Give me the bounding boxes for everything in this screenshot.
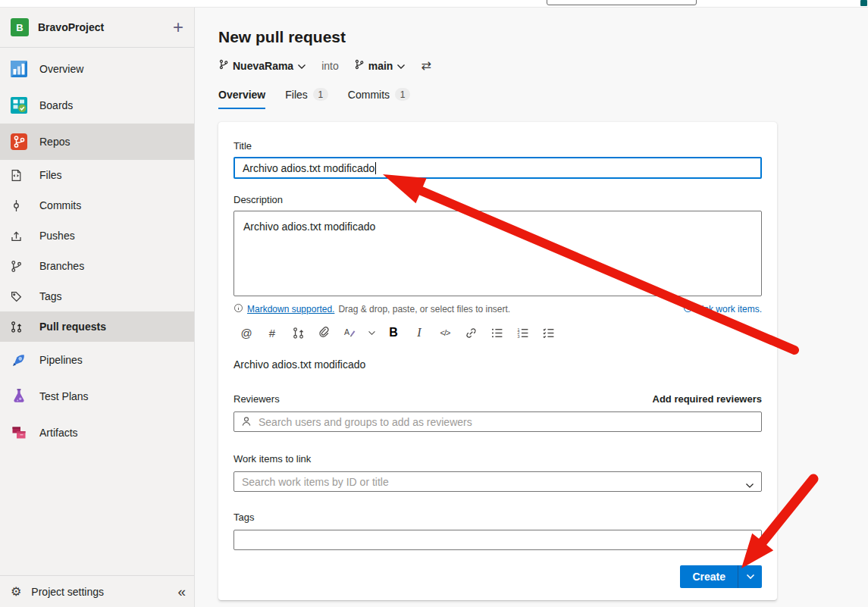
link-work-items-link[interactable]: Link work items. (697, 304, 762, 314)
markdown-supported-link[interactable]: Markdown supported. (247, 304, 334, 314)
svg-text:A: A (344, 327, 350, 336)
repos-icon (10, 133, 31, 151)
files-icon (10, 169, 31, 182)
source-branch-selector[interactable]: NuevaRama (218, 59, 306, 72)
tab-files[interactable]: Files 1 (285, 88, 328, 109)
new-pr-form-card: Title Archivo adios.txt modificado Descr… (218, 122, 777, 600)
bullet-list-icon[interactable] (484, 324, 509, 342)
sidebar-item-tags[interactable]: Tags (0, 281, 194, 311)
sidebar-item-files[interactable]: Files (0, 160, 194, 190)
description-hints: Markdown supported. Drag & drop, paste, … (233, 303, 762, 315)
create-button[interactable]: Create (680, 565, 738, 588)
work-items-input[interactable] (233, 471, 762, 492)
project-avatar: B (11, 18, 29, 36)
sidebar-item-artifacts[interactable]: Artifacts (0, 415, 194, 451)
collapse-sidebar-icon[interactable]: « (177, 584, 183, 600)
sidebar-item-commits[interactable]: Commits (0, 190, 194, 221)
sidebar-item-pull-requests[interactable]: Pull requests (0, 311, 194, 342)
boards-icon (10, 96, 31, 114)
work-item-icon[interactable]: # (259, 324, 285, 342)
sidebar-item-repos[interactable]: Repos (0, 124, 194, 160)
title-label: Title (233, 140, 762, 152)
person-icon (240, 415, 252, 430)
pr-tabs: Overview Files 1 Commits 1 (218, 88, 868, 109)
tags-input-wrap (233, 530, 762, 550)
tags-input[interactable] (233, 530, 762, 550)
pull-request-icon (10, 321, 31, 333)
reviewers-input-wrap (233, 411, 762, 432)
italic-icon[interactable]: I (406, 324, 432, 342)
search-box-fragment[interactable] (547, 0, 697, 5)
format-chevron-icon[interactable] (362, 324, 381, 342)
description-input[interactable]: Archivo adios.txt modificado (233, 211, 762, 296)
add-project-item-icon[interactable]: + (173, 18, 183, 36)
pull-request-icon[interactable] (285, 324, 311, 342)
sidebar-item-boards[interactable]: Boards (0, 87, 194, 124)
work-items-label: Work items to link (233, 453, 762, 465)
branches-icon (10, 260, 31, 273)
project-settings-row[interactable]: ⚙ Project settings « (0, 575, 194, 607)
task-list-icon[interactable] (535, 324, 561, 342)
tab-overview[interactable]: Overview (218, 88, 265, 109)
create-split-button: Create (680, 565, 762, 588)
avatar-fragment[interactable] (860, 0, 867, 6)
overview-icon (10, 60, 31, 78)
project-header: B BravoProject + (0, 8, 194, 47)
attach-icon[interactable] (311, 324, 337, 342)
files-count-badge: 1 (313, 88, 328, 101)
artifacts-icon (10, 424, 31, 442)
pipelines-icon (10, 351, 31, 369)
code-icon[interactable]: </> (432, 324, 458, 342)
sidebar-item-pushes[interactable]: Pushes (0, 221, 194, 251)
description-preview-text: Archivo adios.txt modificado (233, 358, 762, 371)
reviewers-label: Reviewers (233, 393, 280, 405)
page-title: New pull request (218, 28, 868, 46)
numbered-list-icon[interactable]: 123 (509, 324, 535, 342)
top-nav-strip (0, 0, 868, 8)
sidebar-item-overview[interactable]: Overview (0, 51, 194, 87)
test-plans-icon (10, 387, 31, 405)
gear-icon: ⚙ (11, 584, 21, 599)
tags-label: Tags (233, 512, 762, 523)
drag-drop-hint: Drag & drop, paste, or select files to i… (338, 304, 510, 314)
tab-commits[interactable]: Commits 1 (348, 88, 410, 109)
info-icon (683, 303, 693, 315)
bold-icon[interactable]: B (381, 324, 406, 342)
link-icon[interactable] (458, 324, 484, 342)
target-branch-selector[interactable]: main (354, 59, 406, 72)
commits-icon (10, 199, 31, 212)
description-label: Description (233, 194, 762, 205)
text-cursor (375, 162, 376, 174)
pushes-icon (10, 230, 31, 242)
divider (0, 47, 194, 48)
reviewers-input[interactable] (233, 411, 762, 432)
target-branch-name: main (368, 60, 393, 72)
chevron-down-icon (297, 60, 306, 72)
format-icon[interactable]: A (337, 324, 362, 342)
create-options-chevron[interactable] (738, 565, 762, 588)
chevron-down-icon (396, 60, 406, 72)
commits-count-badge: 1 (395, 88, 410, 101)
markdown-toolbar: @ # A B I </> (233, 324, 762, 342)
info-icon (233, 303, 243, 315)
mention-icon[interactable]: @ (233, 324, 259, 342)
work-items-input-wrap (233, 471, 762, 492)
project-settings-label: Project settings (31, 586, 104, 598)
title-input[interactable]: Archivo adios.txt modificado (233, 157, 762, 179)
add-required-reviewers-link[interactable]: Add required reviewers (653, 393, 763, 405)
tags-icon (10, 290, 31, 303)
project-name[interactable]: BravoProject (38, 21, 104, 33)
sidebar-item-pipelines[interactable]: Pipelines (0, 342, 194, 378)
project-sidebar: B BravoProject + Overview Boards Repos (0, 8, 195, 607)
source-branch-name: NuevaRama (233, 60, 293, 72)
sidebar-item-branches[interactable]: Branches (0, 251, 194, 281)
azure-devops-app: B BravoProject + Overview Boards Repos (0, 0, 868, 607)
main-content: New pull request NuevaRama into main (195, 8, 868, 607)
svg-text:3: 3 (517, 334, 519, 339)
chevron-down-icon[interactable] (745, 478, 754, 492)
branch-selector-row: NuevaRama into main ⇄ (218, 58, 868, 73)
swap-branches-icon[interactable]: ⇄ (421, 58, 431, 73)
sidebar-item-test-plans[interactable]: Test Plans (0, 378, 194, 415)
into-label: into (321, 60, 339, 72)
branch-icon (354, 59, 365, 72)
